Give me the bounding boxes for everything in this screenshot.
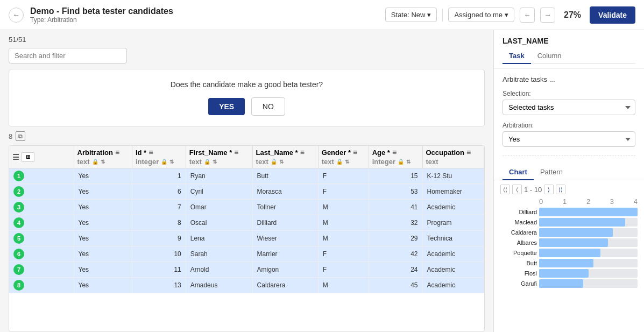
id-cell: 7 — [132, 200, 186, 215]
age-col-label: Age * — [372, 149, 390, 157]
prev-button[interactable]: ← — [520, 8, 535, 23]
bar-label: Dilliard — [500, 209, 537, 215]
bar-fill — [539, 228, 613, 237]
age-cell: 45 — [369, 278, 422, 293]
yes-button[interactable]: YES — [208, 98, 245, 115]
state-button[interactable]: State: New ▾ — [385, 8, 437, 22]
bar-fill — [539, 238, 608, 247]
arbitration-select[interactable]: Yes No — [503, 131, 635, 147]
lastname-cell: Marrier — [252, 246, 318, 262]
progress-text: 27% — [564, 10, 581, 20]
table-row[interactable]: 5 Yes 9 Lena Wieser M 29 Technica — [9, 231, 484, 246]
tab-task[interactable]: Task — [503, 50, 531, 64]
bar-row: Poquette — [500, 249, 638, 257]
id-cell: 9 — [132, 231, 186, 246]
arbitration-col-menu-icon[interactable]: ≡ — [115, 148, 119, 157]
arrow-right-icon: → — [544, 11, 551, 19]
tab-chart[interactable]: Chart — [503, 165, 534, 180]
occupation-cell: Program — [422, 215, 484, 231]
sort-icon[interactable]: ⇅ — [279, 159, 284, 165]
table-row[interactable]: 2 Yes 6 Cyril Morasca F 53 Homemaker — [9, 184, 484, 200]
selection-label: Selection: — [503, 90, 635, 97]
chart-x-axis: 0 1 2 3 4 — [539, 197, 638, 206]
sort-icon[interactable]: ⇅ — [406, 159, 411, 165]
table-row[interactable]: 3 Yes 7 Omar Tollner M 41 Academic — [9, 200, 484, 215]
lastname-col-menu-icon[interactable]: ≡ — [300, 148, 305, 157]
occupation-cell: Homemaker — [422, 184, 484, 200]
row-num-cell: 8 — [9, 278, 74, 293]
page-range: 1 - 10 — [524, 186, 542, 194]
next-button[interactable]: → — [540, 8, 555, 23]
firstname-cell: Oscal — [186, 215, 252, 231]
bar-track — [539, 238, 638, 247]
main-layout: 51/51 Does the candidate make a good bet… — [0, 30, 644, 332]
table-row[interactable]: 4 Yes 8 Oscal Dilliard M 32 Program — [9, 215, 484, 231]
occupation-col-menu-icon[interactable]: ≡ — [466, 148, 471, 157]
gender-col-menu-icon[interactable]: ≡ — [353, 148, 357, 157]
bar-track — [539, 279, 638, 288]
row-num-cell: 7 — [9, 262, 74, 278]
bar-fill — [539, 249, 600, 257]
no-button[interactable]: NO — [251, 97, 285, 116]
table-row[interactable]: 7 Yes 11 Arnold Amigon F 24 Academic — [9, 262, 484, 278]
age-cell: 42 — [369, 246, 422, 262]
id-col-menu-icon[interactable]: ≡ — [148, 148, 153, 157]
copy-row: 8 ⧉ — [0, 127, 493, 145]
bar-label: Caldarera — [500, 229, 537, 236]
sort-icon[interactable]: ⇅ — [345, 159, 349, 165]
back-button[interactable]: ← — [9, 8, 24, 23]
right-panel-body: Arbitrate tasks ... Selection: Selected … — [494, 69, 644, 165]
data-table: ☰ ⊞ Arbitration ≡ text 🔒 — [9, 146, 484, 293]
lastname-cell: Morasca — [252, 184, 318, 200]
age-col-menu-icon[interactable]: ≡ — [392, 148, 397, 157]
occupation-col-type: text — [426, 158, 438, 166]
question-card: Does the candidate make a good beta test… — [9, 69, 485, 127]
search-input[interactable] — [9, 48, 127, 63]
bar-label: Flosi — [500, 270, 537, 277]
age-cell: 32 — [369, 215, 422, 231]
sort-icon[interactable]: ⇅ — [169, 159, 174, 165]
id-cell: 8 — [132, 215, 186, 231]
lastname-cell: Amigon — [252, 262, 318, 278]
row-num-cell: 3 — [9, 200, 74, 215]
copy-icon[interactable]: ⧉ — [16, 131, 25, 141]
firstname-col-menu-icon[interactable]: ≡ — [234, 148, 238, 157]
gender-cell: M — [318, 215, 369, 231]
age-cell: 24 — [369, 262, 422, 278]
arbitration-cell: Yes — [74, 278, 132, 293]
tab-column[interactable]: Column — [531, 50, 568, 64]
data-table-wrapper: ☰ ⊞ Arbitration ≡ text 🔒 — [9, 145, 485, 332]
sort-icon[interactable]: ⇅ — [101, 159, 105, 165]
gender-col-type: text — [322, 158, 334, 166]
row-badge: 6 — [13, 249, 24, 259]
bar-label: Butt — [500, 260, 537, 266]
firstname-col-label: First_Name * — [189, 149, 232, 157]
next-page-button[interactable]: ⟩ — [544, 185, 554, 194]
table-row[interactable]: 1 Yes 1 Ryan Butt F 15 K-12 Stu — [9, 168, 484, 184]
assigned-button[interactable]: Assigned to me ▾ — [448, 8, 514, 22]
row-num-cell: 5 — [9, 231, 74, 246]
id-cell: 10 — [132, 246, 186, 262]
prev-page-button[interactable]: ⟨ — [512, 185, 522, 194]
firstname-cell: Arnold — [186, 262, 252, 278]
tab-pattern[interactable]: Pattern — [534, 165, 569, 180]
row-badge: 4 — [13, 217, 24, 228]
bar-label: Albares — [500, 239, 537, 246]
firstname-cell: Omar — [186, 200, 252, 215]
table-row[interactable]: 8 Yes 13 Amadeus Caldarera M 45 Academic — [9, 278, 484, 293]
chart-pagination: ⟨⟨ ⟨ 1 - 10 ⟩ ⟩⟩ — [500, 185, 638, 194]
last-page-button[interactable]: ⟩⟩ — [556, 185, 565, 194]
row-num-cell: 6 — [9, 246, 74, 262]
hamburger-icon[interactable]: ☰ — [12, 153, 19, 161]
age-cell: 53 — [369, 184, 422, 200]
row-badge: 3 — [13, 202, 24, 213]
bar-fill — [539, 218, 625, 227]
toggle-columns-button[interactable]: ⊞ — [22, 152, 34, 162]
occupation-cell: Academic — [422, 200, 484, 215]
selection-select[interactable]: Selected tasks All tasks Filtered tasks — [503, 100, 635, 115]
table-row[interactable]: 6 Yes 10 Sarah Marrier F 42 Academic — [9, 246, 484, 262]
sort-icon[interactable]: ⇅ — [213, 159, 217, 165]
firstname-col-type: text — [189, 158, 202, 166]
validate-button[interactable]: Validate — [590, 6, 635, 24]
first-page-button[interactable]: ⟨⟨ — [500, 185, 510, 194]
